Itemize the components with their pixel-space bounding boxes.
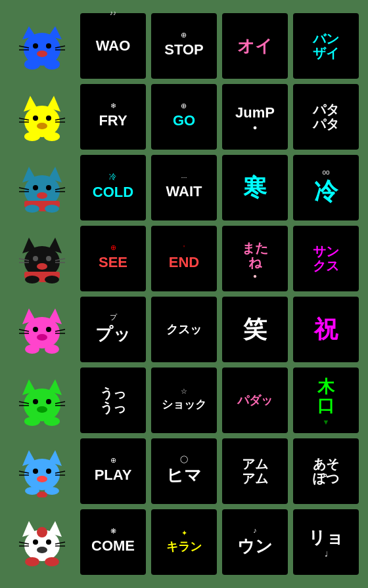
see-cell: ⊕ SEE bbox=[80, 226, 146, 291]
emoji-grid: ♪♪ WAO ⊕ STOP オイ バン ザイ bbox=[3, 7, 365, 581]
svg-point-41 bbox=[33, 256, 38, 261]
kan-cell: 寒 bbox=[222, 155, 288, 220]
amamu-text: アム アム bbox=[239, 454, 271, 488]
pu-cell: プ プッ bbox=[80, 297, 146, 362]
un-text: ウン bbox=[235, 534, 275, 558]
banzai-cell: バン ザイ bbox=[293, 13, 359, 79]
wait-text: WAIT bbox=[164, 181, 205, 202]
go-text: GO bbox=[170, 110, 198, 131]
fry-cell: ❄ FRY bbox=[80, 84, 146, 150]
asopo-text: あそ ぽつ bbox=[310, 454, 342, 488]
svg-point-22 bbox=[24, 132, 40, 141]
svg-point-81 bbox=[37, 476, 47, 482]
kusu-text: クスッ bbox=[164, 320, 204, 339]
svg-point-27 bbox=[33, 185, 38, 190]
cat-cyan-red-cell bbox=[9, 155, 75, 220]
hima-cell: ◯ ヒマ bbox=[151, 438, 217, 504]
svg-point-17 bbox=[37, 123, 47, 129]
svg-point-68 bbox=[46, 399, 51, 404]
svg-point-5 bbox=[37, 51, 47, 57]
svg-point-23 bbox=[44, 132, 60, 141]
iwai-cell: 祝 bbox=[293, 297, 359, 362]
cat-green-cell bbox=[9, 368, 75, 433]
rei-cell: oo 冷 bbox=[293, 155, 359, 220]
svg-point-80 bbox=[46, 469, 51, 474]
shock-text: ショック bbox=[159, 396, 209, 413]
svg-point-94 bbox=[37, 547, 47, 553]
wood-cell: 木 口 ▼ bbox=[293, 368, 359, 433]
svg-point-63 bbox=[45, 345, 59, 354]
utsu-text: うっ うっ bbox=[97, 383, 129, 417]
svg-point-43 bbox=[37, 263, 47, 270]
amamu-cell: アム アム bbox=[222, 438, 288, 504]
cold-text: COLD bbox=[90, 182, 136, 203]
asopo-cell: あそ ぽつ bbox=[293, 438, 359, 504]
svg-point-36 bbox=[25, 205, 39, 213]
pada-cell: パダッ bbox=[222, 368, 288, 433]
svg-point-42 bbox=[46, 256, 51, 261]
thanks-cell: サン クス bbox=[293, 226, 359, 291]
un-cell: ♪ ウン bbox=[222, 509, 288, 575]
svg-point-16 bbox=[46, 116, 51, 121]
svg-point-28 bbox=[46, 185, 51, 190]
cat-yellow-cell bbox=[9, 84, 75, 150]
come-cell: ❋ COME bbox=[80, 509, 146, 575]
svg-point-100 bbox=[25, 557, 39, 566]
svg-point-79 bbox=[33, 469, 38, 474]
play-cell: ⊕ PLAY bbox=[80, 438, 146, 504]
go-cell: ⊕ GO bbox=[151, 84, 217, 150]
svg-point-69 bbox=[37, 406, 47, 413]
svg-point-4 bbox=[46, 43, 51, 49]
cat-pink-cell bbox=[9, 297, 75, 362]
svg-point-93 bbox=[46, 539, 51, 545]
banzai-text: バン ザイ bbox=[310, 29, 342, 63]
stop-cell: ⊕ STOP bbox=[151, 13, 217, 79]
kusu-cell: クスッ bbox=[151, 297, 217, 362]
svg-point-74 bbox=[24, 417, 40, 426]
end-text: END bbox=[166, 252, 202, 273]
iwai-text: 祝 bbox=[311, 314, 340, 345]
cat-white-red-cell bbox=[9, 509, 75, 575]
pata-cell: パタ パタ bbox=[293, 84, 359, 150]
svg-point-92 bbox=[33, 539, 38, 545]
jump-text: JumP bbox=[233, 102, 277, 123]
svg-point-67 bbox=[33, 399, 38, 404]
svg-point-66 bbox=[24, 388, 60, 421]
svg-point-11 bbox=[44, 59, 60, 70]
ryo-cell: リョ ♩ bbox=[293, 509, 359, 575]
stop-text: STOP bbox=[162, 39, 206, 60]
cat-blue-cell bbox=[9, 13, 75, 79]
svg-point-50 bbox=[25, 276, 39, 284]
svg-point-10 bbox=[24, 59, 40, 70]
wara-cell: 笑 bbox=[222, 297, 288, 362]
cat-black-red-cell bbox=[9, 226, 75, 291]
cold-cell: 冷 COLD bbox=[80, 155, 146, 220]
play-text: PLAY bbox=[92, 465, 135, 486]
svg-point-29 bbox=[37, 192, 47, 199]
wao-cell: ♪♪ WAO bbox=[80, 13, 146, 79]
svg-point-54 bbox=[24, 317, 60, 348]
utsu-cell: うっ うっ bbox=[80, 368, 146, 433]
svg-point-56 bbox=[46, 327, 51, 332]
svg-point-37 bbox=[45, 205, 59, 213]
come-text: COME bbox=[89, 536, 137, 556]
kiran-cell: ✦ キラン bbox=[151, 509, 217, 575]
wao-text: WAO bbox=[93, 35, 133, 56]
end-cell: ' END bbox=[151, 226, 217, 291]
jump-cell: JumP ● bbox=[222, 84, 288, 150]
kiran-text: キラン bbox=[164, 537, 204, 556]
fry-text: FRY bbox=[96, 110, 129, 131]
matane-text: また ね bbox=[239, 238, 271, 272]
rei-text: 冷 bbox=[311, 176, 340, 207]
svg-point-99 bbox=[37, 527, 47, 537]
svg-point-75 bbox=[44, 417, 60, 426]
hima-text: ヒマ bbox=[164, 463, 204, 488]
svg-point-101 bbox=[45, 557, 59, 566]
svg-point-15 bbox=[33, 116, 38, 121]
thanks-text: サン クス bbox=[310, 242, 342, 276]
oi-text: オイ bbox=[235, 34, 275, 58]
pu-text: プッ bbox=[93, 322, 133, 346]
see-text: SEE bbox=[96, 252, 130, 273]
wara-text: 笑 bbox=[241, 314, 269, 345]
oi-cell: オイ bbox=[222, 13, 288, 79]
